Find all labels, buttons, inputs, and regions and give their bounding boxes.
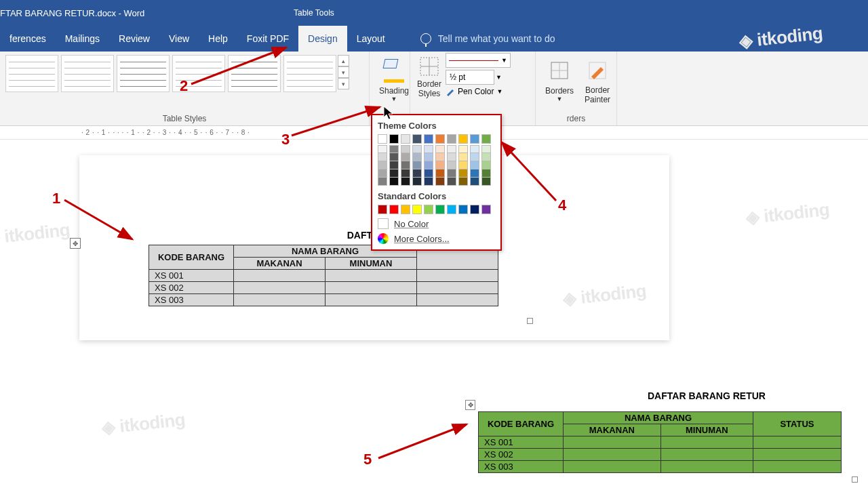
color-swatch[interactable] (435, 205, 445, 214)
watermark: itkoding (101, 409, 186, 439)
color-swatch[interactable] (412, 169, 422, 178)
color-swatch[interactable] (481, 205, 491, 214)
color-swatch[interactable] (458, 153, 468, 161)
tab-layout[interactable]: Layout (347, 26, 395, 52)
tab-mailings[interactable]: Mailings (56, 26, 109, 52)
color-swatch[interactable] (412, 205, 422, 214)
color-swatch[interactable] (458, 161, 468, 169)
color-swatch[interactable] (412, 178, 422, 186)
table-style-option[interactable] (5, 55, 58, 92)
tab-design[interactable]: Design (298, 26, 347, 52)
color-swatch[interactable] (424, 145, 433, 153)
color-swatch[interactable] (470, 145, 479, 153)
color-swatch[interactable] (447, 161, 456, 169)
color-swatch[interactable] (458, 134, 468, 144)
color-swatch[interactable] (424, 161, 433, 169)
tab-foxit-pdf[interactable]: Foxit PDF (237, 26, 298, 52)
shading-button[interactable]: Shading ▼ (374, 54, 414, 104)
no-color-option[interactable]: No Color (378, 218, 495, 229)
color-swatch[interactable] (435, 145, 445, 153)
color-swatch[interactable] (435, 134, 445, 144)
tab-view[interactable]: View (159, 26, 199, 52)
color-swatch[interactable] (435, 153, 445, 161)
color-swatch[interactable] (378, 145, 387, 153)
color-swatch[interactable] (401, 153, 410, 161)
color-swatch[interactable] (447, 134, 456, 144)
border-painter-button[interactable]: Border Painter (579, 54, 616, 106)
color-swatch[interactable] (447, 178, 456, 186)
tab-references[interactable]: ferences (0, 26, 56, 52)
color-swatch[interactable] (389, 134, 399, 144)
color-swatch[interactable] (447, 153, 456, 161)
color-swatch[interactable] (401, 134, 410, 144)
color-swatch[interactable] (481, 169, 491, 178)
color-swatch[interactable] (401, 178, 410, 186)
table-style-option[interactable] (117, 55, 170, 92)
table-resize-handle[interactable] (527, 318, 533, 324)
color-swatch[interactable] (389, 169, 399, 178)
color-swatch[interactable] (378, 161, 387, 169)
color-swatch[interactable] (378, 205, 387, 214)
color-swatch[interactable] (470, 169, 479, 178)
table-style-option[interactable] (228, 55, 281, 92)
color-swatch[interactable] (412, 145, 422, 153)
pen-weight-select[interactable]: ½ pt (446, 70, 494, 85)
color-swatch[interactable] (401, 161, 410, 169)
color-swatch[interactable] (401, 145, 410, 153)
color-swatch[interactable] (470, 153, 479, 161)
color-swatch[interactable] (458, 205, 468, 214)
color-swatch[interactable] (389, 205, 399, 214)
more-colors-option[interactable]: More Colors... (378, 233, 495, 244)
color-swatch[interactable] (470, 178, 479, 186)
color-swatch[interactable] (470, 205, 479, 214)
table-style-option[interactable] (283, 55, 336, 92)
color-swatch[interactable] (481, 145, 491, 153)
tab-review[interactable]: Review (109, 26, 159, 52)
color-swatch[interactable] (389, 178, 399, 186)
color-swatch[interactable] (389, 161, 399, 169)
color-swatch[interactable] (458, 178, 468, 186)
color-swatch[interactable] (401, 169, 410, 178)
color-swatch[interactable] (435, 178, 445, 186)
color-swatch[interactable] (481, 161, 491, 169)
color-swatch[interactable] (470, 161, 479, 169)
color-swatch[interactable] (389, 145, 399, 153)
color-swatch[interactable] (424, 178, 433, 186)
color-swatch[interactable] (378, 153, 387, 161)
color-swatch[interactable] (401, 205, 410, 214)
color-swatch[interactable] (481, 134, 491, 144)
color-swatch[interactable] (412, 134, 422, 144)
tab-help[interactable]: Help (199, 26, 237, 52)
border-line-style[interactable]: ▼ (446, 53, 511, 68)
table-style-option[interactable] (61, 55, 114, 92)
tell-me-search[interactable]: Tell me what you want to do (395, 33, 555, 44)
color-swatch[interactable] (412, 161, 422, 169)
color-swatch[interactable] (458, 145, 468, 153)
color-swatch[interactable] (424, 205, 433, 214)
styles-gallery-scroll[interactable]: ▴▾▾ (338, 55, 349, 94)
color-swatch[interactable] (378, 178, 387, 186)
color-swatch[interactable] (424, 169, 433, 178)
color-swatch[interactable] (481, 153, 491, 161)
color-swatch[interactable] (447, 205, 456, 214)
color-swatch[interactable] (470, 134, 479, 144)
color-swatch[interactable] (435, 169, 445, 178)
color-swatch[interactable] (378, 134, 387, 144)
data-table[interactable]: KODE BARANG NAMA BARANG MAKANAN MINUMAN … (149, 245, 498, 306)
table-resize-handle[interactable] (852, 476, 858, 483)
color-swatch[interactable] (447, 145, 456, 153)
color-swatch[interactable] (424, 153, 433, 161)
color-swatch[interactable] (435, 161, 445, 169)
border-styles-button[interactable]: Border Styles (414, 53, 444, 99)
color-swatch[interactable] (389, 153, 399, 161)
table-move-handle[interactable]: ✥ (465, 400, 475, 410)
borders-button[interactable]: Borders ▼ (540, 54, 579, 106)
color-swatch[interactable] (458, 169, 468, 178)
color-swatch[interactable] (447, 169, 456, 178)
color-swatch[interactable] (481, 178, 491, 186)
color-swatch[interactable] (412, 153, 422, 161)
color-swatch[interactable] (378, 169, 387, 178)
color-swatch[interactable] (424, 134, 433, 144)
table-move-handle[interactable]: ✥ (70, 238, 81, 249)
pen-color-button[interactable]: Pen Color ▼ (446, 87, 511, 96)
